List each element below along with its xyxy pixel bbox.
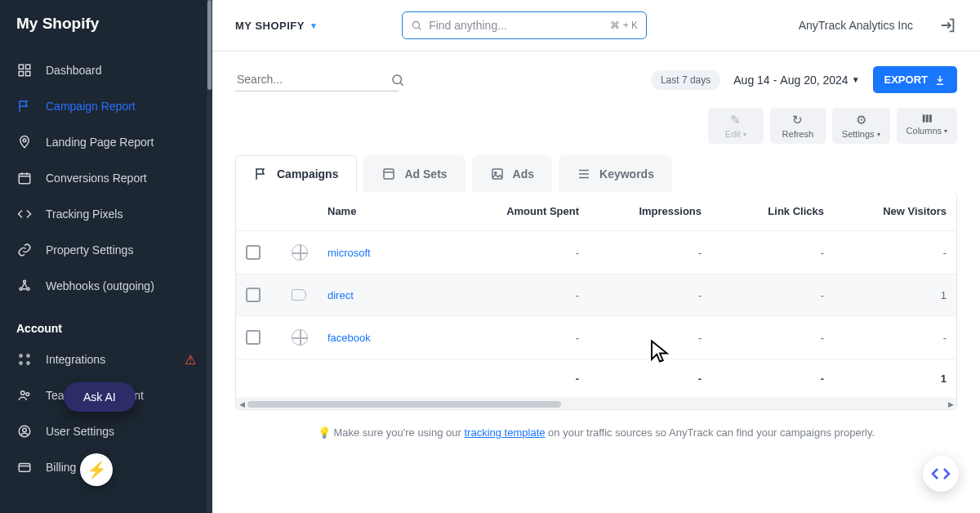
settings-button[interactable]: ⚙Settings▾ — [832, 108, 890, 144]
team-icon — [16, 387, 33, 404]
refresh-icon: ↻ — [792, 113, 803, 127]
tracking-template-link[interactable]: tracking template — [464, 426, 545, 439]
svg-rect-21 — [926, 114, 929, 122]
svg-point-9 — [20, 355, 22, 357]
sidebar-item-user-settings[interactable]: User Settings — [0, 413, 212, 449]
col-impr[interactable]: Impressions — [589, 192, 711, 230]
export-button[interactable]: EXPORT — [873, 66, 957, 93]
brand-title: My Shopify — [0, 0, 212, 52]
col-name[interactable]: Name — [318, 192, 466, 230]
col-spent[interactable]: Amount Spent — [466, 192, 589, 230]
row-checkbox[interactable] — [246, 288, 261, 302]
sidebar-item-dashboard[interactable]: Dashboard — [0, 52, 212, 88]
row-name[interactable]: facebook — [318, 316, 466, 359]
table-h-scrollbar[interactable]: ◀▶ — [236, 398, 956, 409]
svg-rect-2 — [19, 72, 23, 76]
tab-adsets[interactable]: Ad Sets — [363, 155, 465, 192]
content: Last 7 days Aug 14 - Aug 20, 2024 ▼ EXPO… — [212, 51, 980, 513]
svg-point-10 — [27, 355, 29, 357]
svg-point-12 — [27, 362, 29, 364]
org-name: AnyTrack Analytics Inc — [799, 19, 913, 32]
pencil-icon: ✎ — [730, 113, 741, 127]
sidebar-item-integrations[interactable]: Integrations ⚠ — [0, 341, 212, 377]
date-range-chip[interactable]: Last 7 days — [651, 70, 720, 90]
svg-rect-5 — [19, 174, 30, 184]
row-checkbox[interactable] — [246, 245, 261, 260]
tab-campaigns[interactable]: Campaigns — [235, 155, 357, 192]
breadcrumb[interactable]: MY SHOPIFY ▼ — [235, 20, 318, 32]
chevron-down-icon: ▼ — [852, 75, 860, 84]
card-icon — [16, 459, 33, 475]
svg-point-19 — [393, 75, 402, 84]
svg-point-7 — [27, 288, 29, 290]
main: MY SHOPIFY ▼ Find anything... ⌘ + K AnyT… — [212, 0, 980, 513]
code-icon — [16, 206, 33, 222]
image-icon — [490, 167, 505, 181]
svg-rect-22 — [929, 114, 932, 122]
warning-icon: ⚠ — [185, 352, 196, 368]
search-icon — [411, 20, 422, 31]
user-icon — [16, 423, 33, 439]
svg-point-6 — [20, 288, 22, 290]
search-input[interactable] — [235, 68, 399, 91]
flag-icon — [254, 167, 269, 181]
breadcrumb-label: MY SHOPIFY — [235, 20, 305, 32]
sidebar-item-label: Integrations — [46, 353, 105, 366]
sidebar-item-label: Property Settings — [46, 243, 133, 256]
help-fab[interactable] — [923, 456, 959, 492]
bolt-fab[interactable]: ⚡ — [80, 453, 113, 486]
columns-icon — [920, 113, 933, 124]
bulb-icon: 💡 — [318, 426, 331, 439]
chevron-down-icon: ▼ — [310, 21, 318, 30]
svg-point-14 — [26, 393, 29, 396]
pin-icon — [16, 134, 33, 150]
filter-row: Last 7 days Aug 14 - Aug 20, 2024 ▼ EXPO… — [235, 66, 957, 93]
svg-rect-1 — [26, 65, 30, 69]
columns-button[interactable]: Columns▾ — [897, 108, 957, 144]
sidebar-item-property-settings[interactable]: Property Settings — [0, 232, 212, 268]
sidebar-item-label: Landing Page Report — [46, 136, 154, 149]
tag-icon — [292, 289, 306, 301]
tab-ads[interactable]: Ads — [472, 155, 552, 192]
row-name[interactable]: direct — [318, 274, 466, 315]
tab-keywords[interactable]: Keywords — [559, 155, 672, 192]
sidebar-item-label: Campaign Report — [46, 100, 136, 113]
svg-point-25 — [494, 172, 496, 173]
sidebar-item-landing-page[interactable]: Landing Page Report — [0, 124, 212, 160]
col-nv[interactable]: New Visitors — [834, 192, 956, 230]
refresh-button[interactable]: ↻Refresh — [770, 108, 826, 144]
search-icon — [390, 73, 405, 87]
logout-icon[interactable] — [939, 16, 957, 34]
sidebar-item-campaign-report[interactable]: Campaign Report — [0, 88, 212, 124]
sidebar-item-label: Dashboard — [46, 64, 102, 77]
webhook-icon — [16, 278, 33, 294]
gear-icon: ⚙ — [856, 113, 866, 127]
global-search[interactable]: Find anything... ⌘ + K — [402, 11, 647, 39]
sidebar-item-webhooks[interactable]: Webhooks (outgoing) — [0, 268, 212, 304]
svg-point-16 — [23, 428, 27, 432]
date-range-picker[interactable]: Aug 14 - Aug 20, 2024 ▼ — [733, 74, 859, 87]
sidebar-section-account: Account — [0, 304, 212, 341]
row-checkbox[interactable] — [246, 330, 261, 345]
row-name[interactable]: microsoft — [318, 231, 466, 274]
list-icon — [577, 167, 591, 181]
svg-rect-20 — [923, 114, 925, 122]
flag-icon — [16, 98, 33, 114]
sidebar-item-tracking-pixels[interactable]: Tracking Pixels — [0, 196, 212, 232]
sidebar-item-conversions[interactable]: Conversions Report — [0, 160, 212, 196]
download-icon — [934, 74, 946, 86]
svg-rect-24 — [492, 169, 502, 179]
dashboard-icon — [16, 62, 33, 78]
tabs: Campaigns Ad Sets Ads Keywords — [235, 155, 957, 192]
ask-ai-button[interactable]: Ask AI — [64, 382, 136, 412]
svg-point-11 — [20, 362, 22, 364]
col-clicks[interactable]: Link Clicks — [711, 192, 834, 230]
svg-point-4 — [23, 139, 26, 142]
svg-rect-17 — [19, 464, 30, 472]
svg-point-13 — [21, 391, 25, 395]
table-row: facebook - - - - — [236, 315, 956, 359]
sidebar-scrollbar[interactable] — [207, 0, 212, 513]
layers-icon — [381, 167, 396, 181]
calendar-icon — [16, 170, 33, 186]
table-totals: - - - 1 — [236, 359, 956, 398]
